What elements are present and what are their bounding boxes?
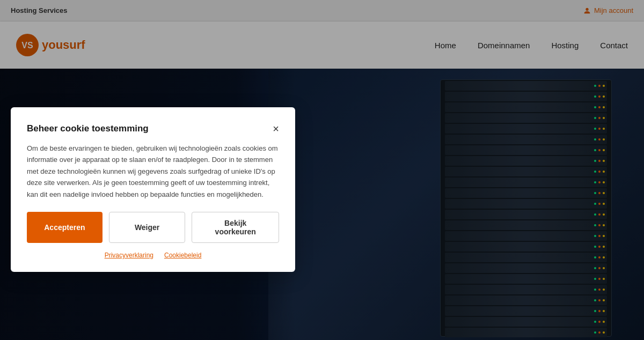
accept-button[interactable]: Accepteren <box>27 212 103 243</box>
privacy-link[interactable]: Privacyverklaring <box>105 252 153 259</box>
preferences-button[interactable]: Bekijk voorkeuren <box>192 212 279 243</box>
modal-body-text: Om de beste ervaringen te bieden, gebrui… <box>27 143 279 200</box>
modal-buttons: Accepteren Weiger Bekijk voorkeuren <box>27 212 279 243</box>
modal-header: Beheer cookie toestemming × <box>27 123 279 134</box>
modal-close-button[interactable]: × <box>273 123 279 134</box>
modal-title: Beheer cookie toestemming <box>27 123 149 134</box>
modal-links: Privacyverklaring Cookiebeleid <box>27 252 279 259</box>
cookie-modal: Beheer cookie toestemming × Om de beste … <box>11 107 295 272</box>
modal-overlay: Beheer cookie toestemming × Om de beste … <box>0 0 644 340</box>
cookie-policy-link[interactable]: Cookiebeleid <box>164 252 201 259</box>
reject-button[interactable]: Weiger <box>109 212 186 243</box>
